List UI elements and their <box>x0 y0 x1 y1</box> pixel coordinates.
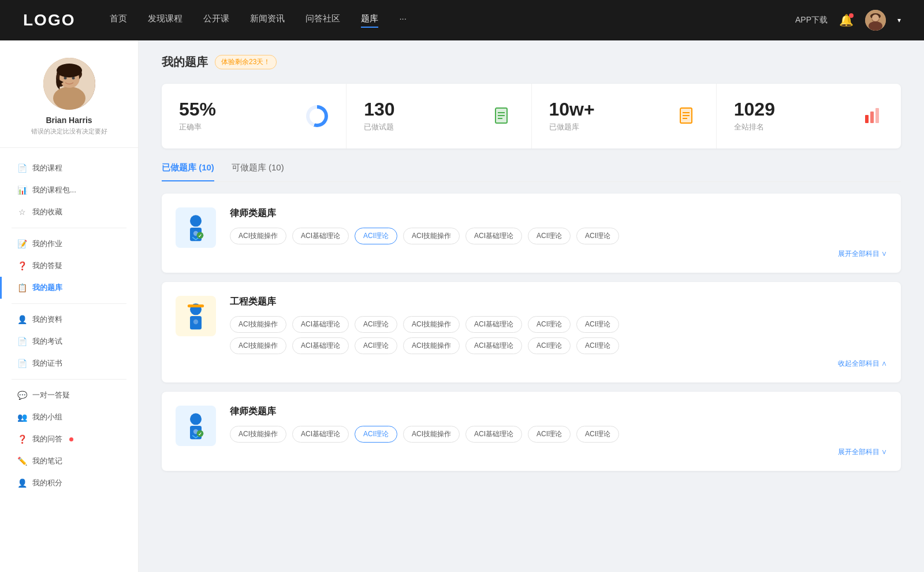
tag-lawyer2-4[interactable]: ACI基础理论 <box>465 426 522 443</box>
sidebar-item-label: 我的考试 <box>32 336 62 347</box>
nav-news[interactable]: 新闻资讯 <box>250 13 285 28</box>
tag-lawyer2-3[interactable]: ACI技能操作 <box>403 426 460 443</box>
stat-accuracy-text: 55% 正确率 <box>179 100 296 132</box>
expand-lawyer-2[interactable]: 展开全部科目 ∨ <box>230 447 887 457</box>
stat-ranking-label: 全站排名 <box>734 122 851 132</box>
tag-eng-r1-5[interactable]: ACI理论 <box>528 316 571 333</box>
svg-point-28 <box>190 215 202 226</box>
sidebar-item-course-packages[interactable]: 📊 我的课程包... <box>0 179 138 201</box>
tag-eng-r2-2[interactable]: ACI理论 <box>355 337 397 354</box>
notification-bell[interactable]: 🔔 <box>839 13 854 27</box>
sidebar-item-label: 我的课程包... <box>32 185 76 195</box>
sidebar-item-my-profile[interactable]: 👤 我的资料 <box>0 309 138 330</box>
svg-point-37 <box>190 413 202 425</box>
tag-lawyer2-2[interactable]: ACI理论 <box>355 426 397 443</box>
sidebar-divider-2 <box>12 303 126 304</box>
sidebar-item-one-on-one[interactable]: 💬 一对一答疑 <box>0 384 138 406</box>
tabs-row: 已做题库 (10) 可做题库 (10) <box>162 162 901 182</box>
tag-lawyer2-6[interactable]: ACI理论 <box>576 426 619 443</box>
category-card-inner-engineer: 工程类题库 ACI技能操作 ACI基础理论 ACI理论 ACI技能操作 ACI基… <box>176 296 887 369</box>
tag-lawyer1-0[interactable]: ACI技能操作 <box>230 228 286 244</box>
sidebar-item-my-exams[interactable]: 📄 我的考试 <box>0 330 138 352</box>
sidebar-item-label: 我的答疑 <box>32 261 62 271</box>
expand-lawyer-1[interactable]: 展开全部科目 ∨ <box>230 249 887 259</box>
sidebar-item-my-courses[interactable]: 📄 我的课程 <box>0 157 138 179</box>
sidebar-item-my-notes[interactable]: ✏️ 我的笔记 <box>0 450 138 472</box>
my-courses-icon: 📄 <box>17 164 27 173</box>
sidebar-item-label: 我的积分 <box>32 478 62 488</box>
avatar[interactable] <box>865 10 886 31</box>
sidebar-item-label: 我的题库 <box>32 283 62 293</box>
tag-lawyer1-4[interactable]: ACI基础理论 <box>465 228 522 244</box>
sidebar-item-my-points[interactable]: 👤 我的积分 <box>0 472 138 494</box>
sidebar-item-my-qa[interactable]: ❓ 我的问答 <box>0 428 138 450</box>
tag-eng-r2-0[interactable]: ACI技能操作 <box>230 337 286 354</box>
points-icon: 👤 <box>17 478 27 488</box>
category-card-inner: ✓ 律师类题库 ACI技能操作 ACI基础理论 ACI理论 ACI技能操作 AC… <box>176 207 887 259</box>
stat-accuracy-label: 正确率 <box>179 122 296 132</box>
sidebar-item-label: 我的小组 <box>32 412 62 422</box>
tag-lawyer2-1[interactable]: ACI基础理论 <box>292 426 349 443</box>
nav-more[interactable]: ··· <box>399 13 407 28</box>
tab-available-banks[interactable]: 可做题库 (10) <box>232 162 284 181</box>
tab-done-banks[interactable]: 已做题库 (10) <box>162 162 214 181</box>
tag-eng-r2-1[interactable]: ACI基础理论 <box>292 337 349 354</box>
tag-eng-r1-2[interactable]: ACI理论 <box>355 316 397 333</box>
sidebar-item-label: 我的作业 <box>32 239 62 249</box>
sidebar-item-homework[interactable]: 📝 我的作业 <box>0 233 138 255</box>
sidebar-motto: 错误的决定比没有决定要好 <box>31 127 107 136</box>
page-header: 我的题库 体验剩余23天！ <box>162 54 901 70</box>
tag-eng-r2-3[interactable]: ACI技能操作 <box>403 337 460 354</box>
sidebar-item-my-group[interactable]: 👥 我的小组 <box>0 406 138 428</box>
tag-lawyer1-6[interactable]: ACI理论 <box>576 228 619 244</box>
course-packages-icon: 📊 <box>17 185 27 195</box>
tag-lawyer1-1[interactable]: ACI基础理论 <box>292 228 349 244</box>
lawyer-icon-wrap: ✓ <box>176 207 216 248</box>
group-icon: 👥 <box>17 413 27 422</box>
collapse-engineer[interactable]: 收起全部科目 ∧ <box>230 359 887 369</box>
tag-eng-r1-3[interactable]: ACI技能操作 <box>403 316 460 333</box>
tag-eng-r1-1[interactable]: ACI基础理论 <box>292 316 349 333</box>
nav-home[interactable]: 首页 <box>110 13 127 28</box>
sidebar-item-certificate[interactable]: 📄 我的证书 <box>0 352 138 374</box>
svg-point-36 <box>193 320 198 324</box>
tag-lawyer1-3[interactable]: ACI技能操作 <box>403 228 460 244</box>
sidebar-item-my-questions[interactable]: ❓ 我的答疑 <box>0 255 138 277</box>
stat-banks-label: 已做题库 <box>549 122 666 132</box>
tags-row-engineer-2: ACI技能操作 ACI基础理论 ACI理论 ACI技能操作 ACI基础理论 AC… <box>230 337 887 354</box>
navbar-chevron-icon[interactable]: ▾ <box>897 16 901 24</box>
tag-lawyer2-0[interactable]: ACI技能操作 <box>230 426 286 443</box>
sidebar-item-favorites[interactable]: ☆ 我的收藏 <box>0 201 138 223</box>
doc-orange-icon <box>676 105 699 128</box>
certificate-icon: 📄 <box>17 359 27 368</box>
app-download-link[interactable]: APP下载 <box>795 15 828 25</box>
tag-eng-r1-4[interactable]: ACI基础理论 <box>465 316 522 333</box>
tag-eng-r2-6[interactable]: ACI理论 <box>576 337 619 354</box>
tag-eng-r1-6[interactable]: ACI理论 <box>576 316 619 333</box>
tag-eng-r2-5[interactable]: ACI理论 <box>528 337 571 354</box>
nav-links: 首页 发现课程 公开课 新闻资讯 问答社区 题库 ··· <box>110 13 795 28</box>
sidebar-menu: 📄 我的课程 📊 我的课程包... ☆ 我的收藏 📝 我的作业 ❓ 我的答疑 � <box>0 148 138 503</box>
nav-discover[interactable]: 发现课程 <box>148 13 182 28</box>
tag-lawyer1-5[interactable]: ACI理论 <box>528 228 571 244</box>
notification-dot <box>849 13 854 18</box>
one-on-one-icon: 💬 <box>17 391 27 400</box>
nav-qa[interactable]: 问答社区 <box>305 13 340 28</box>
trial-badge: 体验剩余23天！ <box>215 55 277 69</box>
category-title-lawyer-1: 律师类题库 <box>230 207 887 220</box>
tag-lawyer1-2[interactable]: ACI理论 <box>355 228 397 244</box>
tag-lawyer2-5[interactable]: ACI理论 <box>528 426 571 443</box>
navbar-right: APP下载 🔔 ▾ <box>795 10 901 31</box>
nav-questionbank[interactable]: 题库 <box>361 13 378 28</box>
pie-chart <box>306 105 328 127</box>
svg-text:✓: ✓ <box>198 233 202 239</box>
sidebar-divider-1 <box>12 228 126 228</box>
nav-opencourse[interactable]: 公开课 <box>203 13 229 28</box>
sidebar-item-question-bank[interactable]: 📋 我的题库 <box>0 277 138 299</box>
exams-icon: 📄 <box>17 337 27 346</box>
tag-eng-r2-4[interactable]: ACI基础理论 <box>465 337 522 354</box>
doc-green-icon <box>491 105 514 128</box>
svg-point-14 <box>57 64 82 77</box>
tags-row-engineer-1: ACI技能操作 ACI基础理论 ACI理论 ACI技能操作 ACI基础理论 AC… <box>230 316 887 333</box>
tag-eng-r1-0[interactable]: ACI技能操作 <box>230 316 286 333</box>
